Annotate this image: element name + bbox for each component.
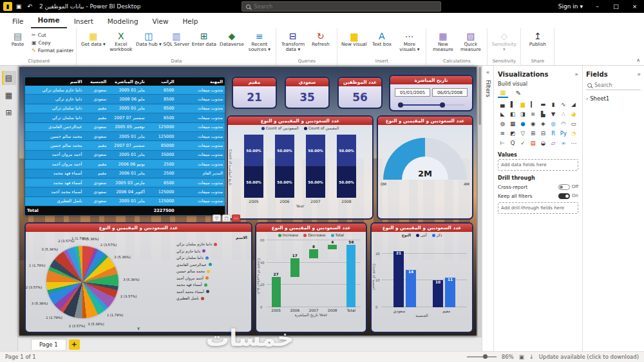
gauge-visual[interactable]: عدد السعوديين و المقيمين و النوع 2M 0M 4… [377, 115, 473, 220]
stacked-area-chart-icon[interactable]: ◣ [498, 110, 507, 119]
stacked-column-chart-icon[interactable]: ▌ [508, 100, 518, 109]
pie-chart-icon[interactable]: ◕ [569, 110, 578, 119]
tab-home[interactable]: Home [31, 14, 67, 28]
stacked-bar[interactable]: 50.00%50.00% [275, 135, 294, 198]
card-icon[interactable]: ▭ [569, 119, 578, 128]
legend-item[interactable]: دانيا سلمان تركي [176, 254, 247, 262]
key-influencers-icon[interactable]: ◔ [569, 129, 578, 138]
kpi-card-resident[interactable]: مقيم 21 [232, 77, 277, 109]
clustered-column-chart-icon[interactable]: ▎ [528, 100, 538, 109]
tab-help[interactable]: Help [175, 15, 205, 28]
employee-table-visual[interactable]: الاسمالجنسيةتاريخ المباشرةالراتبالمهنة د… [24, 77, 225, 216]
paste-button[interactable]: ▤Paste [4, 30, 32, 47]
search-input[interactable] [254, 3, 437, 10]
slider-handle-start[interactable] [398, 102, 403, 108]
waterfall-bar[interactable] [328, 245, 337, 249]
funnel-chart-icon[interactable]: ▼ [549, 110, 558, 119]
values-field-well[interactable]: Add data fields here [498, 159, 578, 171]
legend-item[interactable]: أحمد مروان أحمد [176, 275, 247, 282]
legend-item[interactable]: دانيا حازم سلمان تركي [176, 241, 247, 248]
bar[interactable]: 21 [393, 251, 404, 307]
sql-server-button[interactable]: ▥SQL Server [162, 30, 190, 47]
stacked-bar[interactable]: 50.00%50.00% [244, 135, 263, 198]
line-and-clustered-column-chart-icon[interactable]: ◨ [518, 110, 528, 119]
cross-report-toggle[interactable] [558, 184, 570, 190]
format-painter-button[interactable]: ✎Format painter [32, 47, 73, 54]
table-row[interactable]: أحمد مروان أحمدمقيميونيو 06 20062500مندو… [25, 160, 225, 169]
fit-to-page-icon[interactable]: ▣ [519, 354, 524, 360]
collapse-visualizations-icon[interactable]: » [574, 71, 578, 77]
enter-data-button[interactable]: ⊞Enter data [190, 30, 218, 47]
field-item-sheet1[interactable]: › Sheet1 [586, 93, 641, 104]
100-stacked-bar-chart-icon[interactable]: ▬ [538, 100, 548, 109]
table-row[interactable]: دانيا سلمان تركيمقيميناير 01 20058500مند… [25, 104, 225, 113]
matrix-icon[interactable]: ⊟ [538, 129, 548, 138]
data-view-icon[interactable]: ▦ [2, 88, 16, 102]
refresh-button[interactable]: ↻Refresh [307, 30, 334, 47]
slicer-start-date[interactable]: 01/01/2005 [395, 88, 430, 97]
decomposition-tree-icon[interactable]: ⊢ [498, 138, 507, 148]
format-visual-icon[interactable]: ✎ [513, 88, 524, 98]
r-script-visual-icon[interactable]: R [549, 129, 558, 138]
more-visuals-button[interactable]: ⋯More visuals ▾ [395, 30, 423, 53]
area-chart-icon[interactable]: ◢ [569, 100, 578, 109]
filter-icon[interactable]: ▽ [213, 214, 221, 222]
table-row[interactable]: محمد سالم حسينمقيمسبتمبر 07 200785000مند… [25, 141, 225, 150]
line-chart-icon[interactable]: ∿ [559, 100, 569, 109]
update-available-link[interactable]: Update available (click to download) [539, 354, 639, 360]
fields-search-box[interactable] [586, 81, 641, 90]
page-tab[interactable]: Page 1 [31, 339, 66, 350]
gauge-icon[interactable]: ◠ [559, 119, 569, 128]
more-options-icon[interactable]: ⋯ [232, 214, 240, 222]
dataverse-button[interactable]: ◆Dataverse [218, 30, 245, 47]
azure-map-icon[interactable]: ◎ [549, 119, 558, 128]
table-row[interactable]: عبدالرحمن الغامديسعودينوفمبر 05 20051250… [25, 123, 225, 132]
text-box-button[interactable]: AText box [368, 30, 395, 47]
table-row[interactable]: أحمد مروان أحمدسعودييناير 01 200535000من… [25, 151, 225, 160]
cut-button[interactable]: ✂Cut [32, 32, 73, 39]
global-search-box[interactable] [242, 1, 441, 12]
bar[interactable]: 11 [445, 278, 455, 307]
map-icon[interactable]: ● [518, 119, 528, 128]
save-icon[interactable]: ▣ [14, 2, 23, 11]
line-and-stacked-column-chart-icon[interactable]: ◧ [508, 110, 518, 119]
table-row[interactable]: محمد سالم حسينسعودييناير 01 2005125000من… [25, 132, 225, 141]
maximize-button[interactable]: □ [607, 0, 625, 13]
minimize-button[interactable]: – [588, 0, 607, 13]
legend-item[interactable]: أسماء فهد محمد [176, 281, 247, 289]
legend-item[interactable]: محمد سالم حسين [176, 268, 247, 275]
bar[interactable]: 14 [406, 270, 416, 307]
donut-chart-icon[interactable]: ◍ [498, 119, 507, 128]
focus-mode-icon[interactable]: □ [222, 214, 231, 222]
close-button[interactable]: × [625, 0, 644, 13]
table-row[interactable]: أسماء فهد محمدمقيميناير 01 20062500المدي… [25, 169, 225, 178]
table-row[interactable]: أسماء محمد أحمدسعوديأكتوبر 04 2006125000… [25, 187, 225, 196]
legend-item[interactable]: دانيا حازم تركي [176, 248, 247, 255]
filled-map-icon[interactable]: ◉ [528, 119, 538, 128]
add-page-button[interactable]: + [69, 339, 80, 350]
date-slicer[interactable]: تاريخ المباشرة 01/01/2005 06/05/2008 [389, 75, 473, 111]
tab-modeling[interactable]: Modeling [100, 15, 146, 28]
canvas-scrollbar[interactable] [478, 66, 482, 337]
drill-through-field-well[interactable]: Add drill-through fields here [498, 202, 578, 214]
scatter-chart-icon[interactable]: ∴ [559, 110, 569, 119]
sign-in-button[interactable]: Sign in ▾ [558, 3, 583, 10]
tab-view[interactable]: View [146, 15, 176, 28]
clustered-bar-chart-icon[interactable]: ▆ [518, 100, 528, 109]
arcgis-map-icon[interactable]: ◒ [538, 138, 548, 148]
keep-all-filters-toggle[interactable] [558, 193, 570, 199]
sensitivity-button[interactable]: ◇Sensitivity ▾ [490, 30, 518, 53]
slicer-icon[interactable]: ▽ [518, 129, 528, 138]
tab-file[interactable]: File [5, 15, 31, 28]
model-view-icon[interactable]: ⊞ [2, 106, 16, 120]
table-row[interactable]: دانيا سلمان تركيمقيمسبتمبر 07 20076500من… [25, 113, 225, 122]
table-row[interactable]: دانيا حازم سلمان تركيسعودييناير 01 20056… [25, 86, 225, 95]
table-icon[interactable]: ⊞ [528, 129, 538, 138]
ribbon-chart-icon[interactable]: ≋ [528, 110, 538, 119]
waterfall-bar[interactable] [290, 258, 299, 277]
multi-row-card-icon[interactable]: ≡ [498, 129, 507, 138]
get-data-button[interactable]: ▦Get data ▾ [79, 30, 107, 47]
build-visual-icon[interactable]: ▦ [498, 88, 508, 98]
waterfall-bar[interactable] [309, 249, 318, 258]
legend-item[interactable]: عبدالرحمن الغامدي [176, 262, 247, 269]
